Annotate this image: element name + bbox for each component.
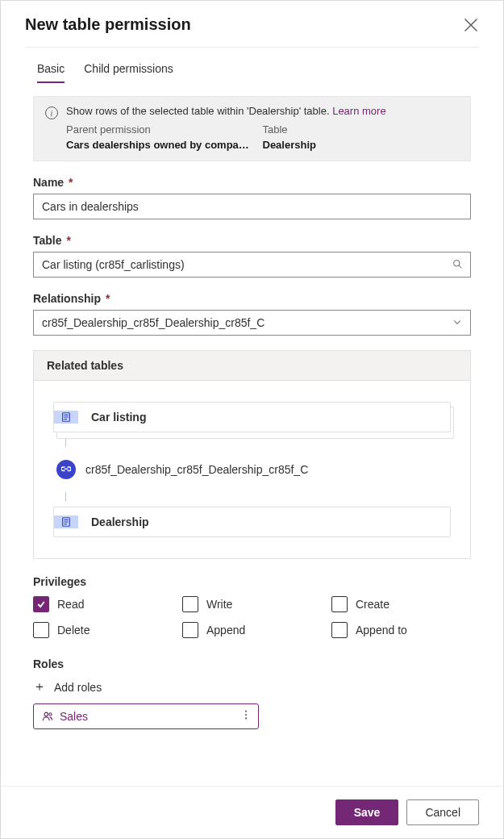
role-chip-content: Sales [42,710,88,723]
name-label: Name * [33,176,471,189]
plus-icon: ＋ [33,678,46,695]
info-table-value: Dealership [263,139,460,151]
related-tables-body: Car listing cr85f_Dealership_cr85f_Deale… [34,381,470,558]
check-icon [36,599,46,609]
related-tables-panel: Related tables Car listing cr85f_De [33,350,471,559]
add-roles-label: Add roles [54,681,102,694]
dialog-title: New table permission [25,15,191,34]
info-text: Show rows of the selected table within '… [66,105,332,117]
privilege-checkbox-create[interactable]: Create [331,596,471,612]
parent-permission-value: Cars dealerships owned by compa… [66,139,263,151]
relationship-value: cr85f_Dealership_cr85f_Dealership_cr85f_… [42,316,264,329]
relationship-label: Relationship * [33,292,471,305]
table-icon [54,411,78,424]
link-icon [56,460,76,479]
learn-more-link[interactable]: Learn more [332,105,385,117]
privilege-label: Append to [356,624,407,637]
svg-line-3 [459,265,461,268]
privilege-checkbox-delete[interactable]: Delete [33,622,173,638]
chevron-down-icon [452,317,462,329]
cancel-button[interactable]: Cancel [406,799,479,825]
related-card-dealership: Dealership [53,507,451,537]
relationship-link-text: cr85f_Dealership_cr85f_Dealership_cr85f_… [85,463,308,476]
required-asterisk: * [102,292,110,305]
field-relationship: Relationship * cr85f_Dealership_cr85f_De… [33,292,471,336]
table-value: Car listing (cr85f_carlistings) [42,258,185,271]
dialog-body: i Show rows of the selected table within… [1,83,503,786]
field-table: Table * Car listing (cr85f_carlistings) [33,234,471,278]
relationship-link: cr85f_Dealership_cr85f_Dealership_cr85f_… [53,455,451,484]
checkbox-box [182,596,198,612]
checkbox-box [182,622,198,638]
parent-permission-label: Parent permission [66,123,263,136]
close-icon [463,17,479,33]
name-input[interactable] [33,194,471,219]
privilege-label: Write [206,598,232,611]
role-chip-label: Sales [60,710,88,723]
privilege-checkbox-append[interactable]: Append [182,622,322,638]
dialog-header: New table permission [1,1,503,42]
privileges-heading: Privileges [33,575,471,588]
info-col-table: Table Dealership [263,123,460,151]
info-columns: Parent permission Cars dealerships owned… [66,123,459,151]
dialog-panel: New table permission Basic Child permiss… [0,0,504,839]
field-name: Name * [33,176,471,219]
checkbox-box [331,596,348,612]
svg-point-2 [454,260,460,266]
required-asterisk: * [64,234,71,247]
related-card-stack: Car listing [53,402,451,432]
related-card-name: Car listing [91,411,146,424]
svg-point-16 [245,714,247,716]
svg-point-17 [245,717,247,719]
privilege-checkbox-read[interactable]: Read [33,596,173,612]
tab-child-permissions[interactable]: Child permissions [84,62,173,83]
privilege-checkbox-appendto[interactable]: Append to [331,622,471,638]
required-asterisk: * [65,176,73,189]
more-vertical-icon [240,709,252,720]
info-col-parent: Parent permission Cars dealerships owned… [66,123,263,151]
add-roles-button[interactable]: ＋ Add roles [33,678,471,695]
info-body: Show rows of the selected table within '… [66,105,459,151]
svg-point-15 [245,711,247,712]
privileges-grid: ReadWriteCreateDeleteAppendAppend to [33,596,471,638]
close-button[interactable] [463,17,479,33]
svg-point-14 [49,713,52,716]
connector-line [65,492,66,502]
info-icon: i [45,106,58,119]
privilege-label: Create [356,598,389,611]
info-table-label: Table [263,123,460,136]
table-lookup[interactable]: Car listing (cr85f_carlistings) [33,252,471,278]
privilege-label: Append [206,624,245,637]
table-label: Table * [33,234,471,247]
privilege-label: Read [57,598,84,611]
roles-heading: Roles [33,657,471,670]
checkbox-box [33,596,49,612]
table-icon [54,516,78,528]
svg-point-13 [44,712,48,716]
privilege-label: Delete [57,624,90,637]
relationship-select[interactable]: cr85f_Dealership_cr85f_Dealership_cr85f_… [33,310,471,336]
tab-basic[interactable]: Basic [37,62,65,83]
role-chip-sales[interactable]: Sales [33,703,259,729]
dialog-footer: Save Cancel [1,786,503,838]
relationship-label-text: Relationship [33,292,101,305]
table-label-text: Table [33,234,62,247]
name-label-text: Name [33,176,64,189]
checkbox-box [331,622,348,638]
save-button[interactable]: Save [335,799,399,825]
tab-bar: Basic Child permissions [1,48,503,83]
related-card-car-listing: Car listing [53,402,451,432]
role-chip-more-button[interactable] [240,709,252,724]
related-tables-heading: Related tables [34,351,470,381]
people-icon [42,711,53,722]
privilege-checkbox-write[interactable]: Write [182,596,322,612]
related-card-name: Dealership [91,516,149,528]
checkbox-box [33,622,49,638]
search-icon [452,259,462,271]
info-box: i Show rows of the selected table within… [33,96,471,161]
